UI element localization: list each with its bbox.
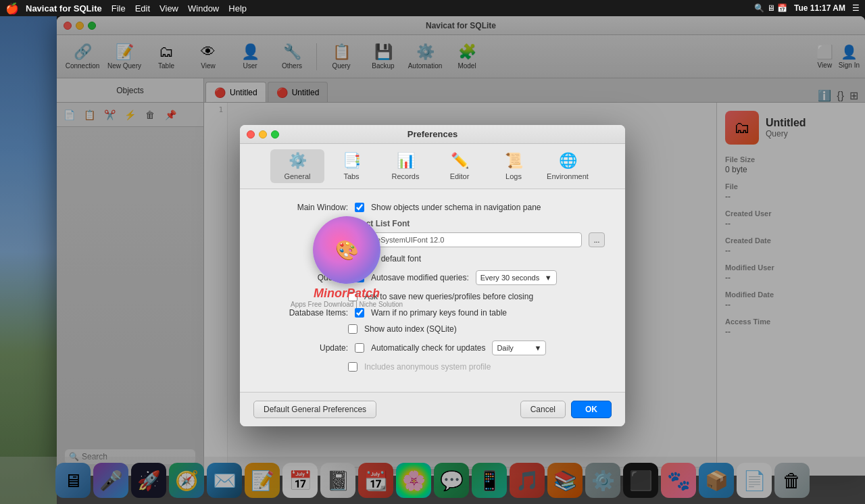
ask-save-text: Ask to save new queries/profiles before … xyxy=(364,292,533,301)
notification-icon: ☰ xyxy=(852,3,860,13)
update-row: Update: Automatically check for updates … xyxy=(260,341,605,355)
ok-button[interactable]: OK xyxy=(571,401,612,418)
every-seconds-dropdown[interactable]: Every 30 seconds ▼ xyxy=(476,270,557,285)
queries-label: Queries: xyxy=(260,273,348,282)
use-default-font-checkbox[interactable] xyxy=(348,254,357,263)
prefs-action-buttons: Cancel OK xyxy=(520,401,612,418)
anonymous-profile-text: Includes anonymous system profile xyxy=(364,362,491,372)
default-prefs-button[interactable]: Default General Preferences xyxy=(253,401,376,418)
main-window-row: Main Window: Show objects under schema i… xyxy=(260,203,605,212)
ask-save-checkbox[interactable] xyxy=(348,292,357,301)
apple-menu[interactable]: 🍎 xyxy=(5,2,19,15)
prefs-tab-editor[interactable]: ✏️ Editor xyxy=(432,149,487,183)
help-menu[interactable]: Help xyxy=(228,3,247,14)
prefs-maximize-button[interactable] xyxy=(271,130,279,138)
show-auto-index-checkbox[interactable] xyxy=(348,324,357,334)
prefs-tab-logs[interactable]: 📜 Logs xyxy=(487,149,541,183)
warn-primary-key-checkbox[interactable] xyxy=(355,308,364,318)
editor-tab-label: Editor xyxy=(450,172,470,180)
main-window-label: Main Window: xyxy=(260,203,348,212)
show-auto-index-row: Show auto index (SQLite) xyxy=(348,324,605,334)
font-browse-button[interactable]: ... xyxy=(589,232,605,247)
update-frequency-dropdown[interactable]: Daily ▼ xyxy=(492,341,546,355)
show-objects-checkbox[interactable] xyxy=(355,203,364,212)
menubar-right: 🔍 🖥 📅 Tue 11:17 AM ☰ xyxy=(754,0,860,16)
file-menu[interactable]: File xyxy=(112,3,126,14)
font-row: Font: ... xyxy=(260,232,605,247)
show-objects-text: Show objects under schema in navigation … xyxy=(371,203,541,212)
font-label: Font: xyxy=(260,235,348,245)
use-default-font-row: Use default font xyxy=(348,254,605,263)
tabs-tab-icon: 📑 xyxy=(343,152,361,170)
show-auto-index-text: Show auto index (SQLite) xyxy=(364,324,457,334)
menubar: 🍎 Navicat for SQLite File Edit View Wind… xyxy=(0,0,865,16)
database-items-row: Database Items: Warn if no primary keys … xyxy=(260,308,605,318)
view-menu[interactable]: View xyxy=(159,3,178,14)
prefs-content: Main Window: Show objects under schema i… xyxy=(240,189,625,392)
logs-tab-icon: 📜 xyxy=(505,152,523,170)
menubar-icons: 🔍 🖥 📅 xyxy=(754,3,787,13)
autosave-text: Autosave modified queries: xyxy=(371,273,469,282)
prefs-tab-tabs[interactable]: 📑 Tabs xyxy=(324,149,378,183)
preferences-dialog: Preferences ⚙️ General 📑 Tabs 📊 Records … xyxy=(240,125,625,426)
prefs-tab-records[interactable]: 📊 Records xyxy=(378,149,432,183)
object-list-font-heading: Object List Font xyxy=(348,219,605,228)
database-items-label: Database Items: xyxy=(260,308,348,318)
app-menu[interactable]: Navicat for SQLite xyxy=(26,3,102,14)
prefs-close-button[interactable] xyxy=(247,130,255,138)
environment-tab-icon: 🌐 xyxy=(559,152,577,170)
every-seconds-value: Every 30 seconds xyxy=(480,274,539,282)
tabs-tab-label: Tabs xyxy=(343,172,359,180)
records-tab-label: Records xyxy=(392,172,420,180)
anonymous-profile-row: Includes anonymous system profile xyxy=(348,362,605,372)
prefs-tab-environment[interactable]: 🌐 Environment xyxy=(541,149,595,183)
warn-primary-key-text: Warn if no primary keys found in table xyxy=(371,308,507,318)
logs-tab-label: Logs xyxy=(505,172,522,180)
cancel-button[interactable]: Cancel xyxy=(520,401,566,418)
editor-tab-icon: ✏️ xyxy=(451,152,469,170)
clock: Tue 11:17 AM xyxy=(794,3,845,13)
prefs-tab-general[interactable]: ⚙️ General xyxy=(270,149,324,183)
anonymous-profile-checkbox[interactable] xyxy=(348,362,357,372)
font-input[interactable] xyxy=(355,232,582,247)
auto-update-checkbox[interactable] xyxy=(355,343,364,353)
prefs-title: Preferences xyxy=(407,129,458,139)
use-default-font-text: Use default font xyxy=(364,254,421,263)
general-tab-label: General xyxy=(284,172,310,180)
update-label: Update: xyxy=(260,343,348,353)
auto-update-text: Automatically check for updates xyxy=(371,343,485,353)
dropdown-arrow: ▼ xyxy=(545,274,552,282)
edit-menu[interactable]: Edit xyxy=(135,3,150,14)
prefs-titlebar: Preferences xyxy=(240,125,625,144)
prefs-window-controls xyxy=(247,130,279,138)
prefs-minimize-button[interactable] xyxy=(259,130,267,138)
update-freq-arrow: ▼ xyxy=(535,344,542,352)
window-menu[interactable]: Window xyxy=(188,3,219,14)
prefs-footer: Default General Preferences Cancel OK xyxy=(240,392,625,426)
ask-save-row: Ask to save new queries/profiles before … xyxy=(348,292,605,301)
environment-tab-label: Environment xyxy=(547,172,589,180)
records-tab-icon: 📊 xyxy=(397,152,415,170)
queries-row: Queries: Autosave modified queries: Ever… xyxy=(260,270,605,285)
update-frequency-value: Daily xyxy=(497,344,513,352)
prefs-tabs: ⚙️ General 📑 Tabs 📊 Records ✏️ Editor 📜 … xyxy=(240,144,625,189)
general-tab-icon: ⚙️ xyxy=(289,152,307,170)
autosave-checkbox[interactable] xyxy=(355,273,364,282)
